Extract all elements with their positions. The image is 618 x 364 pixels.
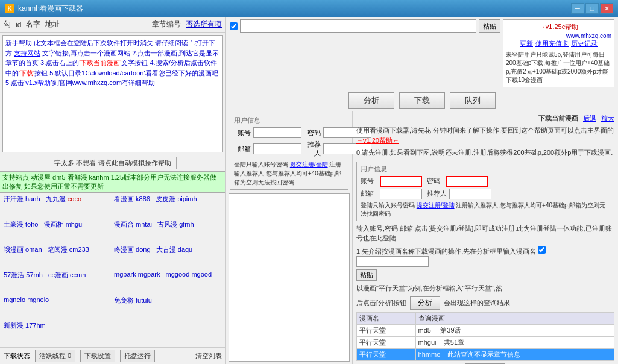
table-header: 勾 id 名字 地址 章节编号 否选所有项 — [0, 17, 225, 33]
right-password-input[interactable] — [446, 176, 488, 187]
active-threads-btn[interactable]: 活跃线程 0 — [35, 350, 75, 362]
list-item[interactable]: 看漫画 k886 皮皮漫 pipimh — [113, 194, 223, 219]
help-area: 新手帮助,此文本框会在登陆后下次软件打开时消失,请仔细阅读 1.打开下方 支持网… — [2, 35, 223, 152]
manga-checkbox[interactable] — [538, 246, 546, 254]
list-item[interactable]: 57漫活 57mh cc漫画 ccmh — [2, 270, 113, 295]
help-intro: 使用看漫画下载器,请先花!分钟时间来了解下操作,要回到这个帮助页面可以点击主界面… — [356, 125, 614, 145]
help-box-title: →v1.25c帮助 — [506, 22, 611, 31]
manga-name-cell: 平行天堂 — [357, 348, 416, 360]
password-label: 密码 — [304, 128, 321, 137]
right-left-panel: 用户信息 账号 密码 邮箱 推荐人 登陆只输入账号密码 提交注册/ — [226, 111, 353, 364]
list-item[interactable]: mgpark mgpark mggood mgood — [113, 270, 223, 295]
right-email-input[interactable] — [380, 189, 422, 199]
back-link[interactable]: 后退 — [583, 114, 596, 123]
account-input[interactable] — [253, 127, 301, 138]
analyze-button[interactable]: 分析 — [348, 92, 394, 109]
help-v120-link[interactable]: →v1.20帮助← — [356, 137, 399, 144]
right-email-label: 邮箱 — [361, 189, 377, 198]
right-account-row: 账号 密码 — [361, 176, 610, 187]
tray-run-btn[interactable]: 托盘运行 — [120, 350, 155, 362]
url-checkbox[interactable] — [230, 22, 238, 30]
right-account-input[interactable] — [380, 176, 422, 187]
list-item[interactable]: 新新漫 177hm — [2, 321, 113, 346]
title-text: kanmh看漫画下载器 — [18, 4, 571, 14]
manga-name-cell: 平行天堂 — [357, 324, 416, 336]
url-input[interactable] — [240, 19, 476, 33]
auto-btn-row: 字太多 不想看 请点此自动模拟操作帮助 — [0, 155, 225, 171]
paste-url-button[interactable]: 粘贴 — [479, 19, 500, 33]
right-panel: 粘贴 →v1.25c帮助 www.mhxzq.com 更新 使用充值卡 历史记录… — [226, 17, 618, 364]
close-button[interactable]: ✕ — [600, 3, 613, 14]
update-link[interactable]: 更新 — [520, 39, 533, 48]
user-info-note: 登陆只输入账号密码 提交注册/登陆 注册输入推荐人,您与推荐人均可+40基础p,… — [234, 160, 344, 187]
list-item[interactable]: 漫画台 mhtai 古风漫 gfmh — [113, 219, 223, 245]
maximize-button[interactable]: □ — [585, 3, 599, 14]
help-content-5: 到官网www.mhxzq.com有详细帮助 — [52, 79, 156, 86]
account-label: 账号 — [234, 128, 251, 137]
title-controls: ─ □ ✕ — [571, 3, 613, 14]
right-analyze-button[interactable]: 分析 — [410, 296, 440, 310]
url-checkbox-label — [230, 22, 238, 30]
clear-list-btn[interactable]: 清空列表 — [195, 351, 222, 360]
download-settings-btn[interactable]: 下载设置 — [80, 350, 115, 362]
list-item[interactable]: 汗汗漫 hanh 九九漫 coco — [2, 194, 113, 219]
recharge-link[interactable]: 使用充值卡 — [535, 39, 569, 48]
email-row: 邮箱 推荐人 — [234, 140, 344, 158]
left-notes-area — [229, 193, 350, 362]
queue-button[interactable]: 队列 — [450, 92, 496, 109]
list-item[interactable]: 免免将 tutulu — [113, 295, 223, 321]
after-analyze-text: 后点击[分析]按钮 — [356, 298, 406, 307]
manga-info-cell: hhmmo 此站查询不显示章节信息 — [415, 348, 614, 360]
top-actions-row: 下载当前漫画 后退 放大 — [356, 114, 614, 123]
col-check: 勾 — [4, 19, 11, 30]
manga-paste-button[interactable]: 粘贴 — [356, 269, 377, 281]
right-submit-link[interactable]: 提交注册/登陆 — [417, 202, 455, 209]
col-manga-name: 漫画名 — [357, 312, 416, 324]
app-icon: K — [5, 4, 14, 13]
bottom-toolbar: 下载状态 活跃线程 0 下载设置 托盘运行 清空列表 — [0, 347, 225, 364]
download-current-link[interactable]: 下载当前漫画 — [538, 114, 578, 123]
support-bar: 支持站点 动漫屋 dm5 看鲜漫 kanhm 1.25版本部分用户无法连接服务器… — [0, 171, 225, 193]
help-v1x-link[interactable]: 'v1.x帮助' — [24, 79, 52, 86]
table-row[interactable]: 平行天堂 hhmmo 此站查询不显示章节信息 — [357, 348, 614, 360]
reg-note: 输入账号,密码,邮箱,点击[提交注册/登陆],即可成功注册.此为注册登陆一体功能… — [356, 224, 614, 243]
list-item[interactable]: 土豪漫 toho 漫画柜 mhgui — [2, 219, 113, 245]
right-user-info-title: 用户信息 — [361, 165, 610, 174]
list-item[interactable]: 咚漫画 dong 大古漫 dagu — [113, 245, 223, 270]
auto-simulate-button[interactable]: 字太多 不想看 请点此自动模拟操作帮助 — [49, 157, 176, 169]
table-row[interactable]: 平行天堂 md5 第39话 — [357, 324, 614, 336]
list-item[interactable]: mgnelo mgnelo — [2, 295, 113, 321]
history-link[interactable]: 历史记录 — [571, 39, 598, 48]
right-account-label: 账号 — [361, 177, 377, 186]
email-input[interactable] — [253, 143, 301, 154]
minimize-button[interactable]: ─ — [571, 3, 584, 14]
col-id: id — [16, 20, 21, 29]
col-address: 地址 — [45, 19, 147, 30]
help-download-link: '下载当前漫画' — [79, 59, 121, 66]
title-bar: K kanmh看漫画下载器 ─ □ ✕ — [0, 0, 618, 17]
col-name: 名字 — [26, 19, 40, 30]
top-right: 粘贴 →v1.25c帮助 www.mhxzq.com 更新 使用充值卡 历史记录… — [226, 17, 618, 90]
col-chapter: 章节编号 — [152, 19, 181, 30]
enlarge-link[interactable]: 放大 — [601, 114, 614, 123]
account-row: 账号 密码 — [234, 127, 344, 138]
help-box: →v1.25c帮助 www.mhxzq.com 更新 使用充值卡 历史记录 未登… — [503, 19, 614, 87]
right-user-info-box: 用户信息 账号 密码 邮箱 推荐人 登陆只输入账号密码 提交注册/ — [356, 162, 614, 221]
support-sites-link[interactable]: 支持网站 — [14, 49, 40, 57]
manga-name-input[interactable] — [356, 256, 429, 267]
manga-name-cell: 平行天堂 — [357, 336, 416, 348]
col-selectall[interactable]: 否选所有项 — [186, 19, 222, 30]
right-referrer-input[interactable] — [449, 189, 491, 199]
left-user-info-section: 用户信息 账号 密码 邮箱 推荐人 登陆只输入账号密码 提交注册/ — [230, 113, 348, 190]
download-button[interactable]: 下载 — [399, 92, 445, 109]
main-container: 勾 id 名字 地址 章节编号 否选所有项 新手帮助,此文本框会在登陆后下次软件… — [0, 17, 618, 364]
help-box-domain: www.mhxzq.com — [506, 33, 611, 39]
result-desc-text: 会出现这样的查询结果 — [444, 298, 510, 307]
table-row[interactable]: 平行天堂 mhgui 共51章 — [357, 336, 614, 348]
manga-info-cell: mhgui 共51章 — [415, 336, 614, 348]
list-item[interactable]: 哦漫画 oman 笔阅漫 cm233 — [2, 245, 113, 270]
referrer-label: 推荐人 — [304, 140, 321, 158]
manga-info-cell: md5 第39话 — [415, 324, 614, 336]
submit-register-link[interactable]: 提交注册/登陆 — [290, 161, 328, 168]
right-email-row: 邮箱 推荐人 — [361, 189, 610, 199]
